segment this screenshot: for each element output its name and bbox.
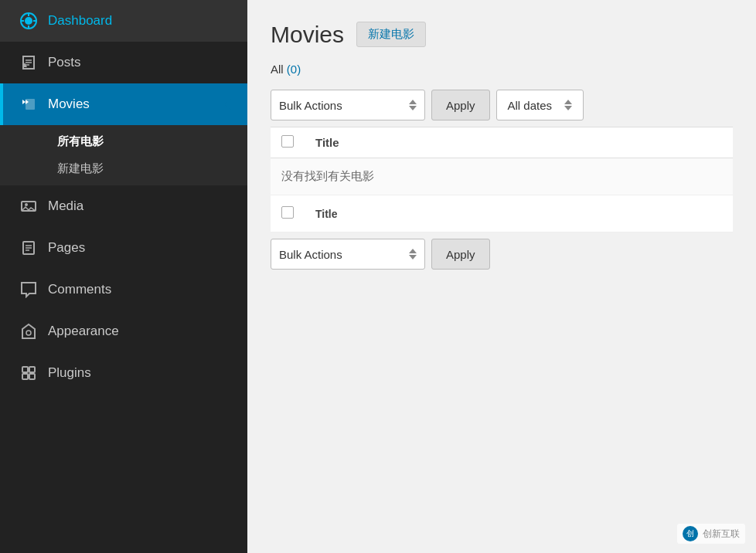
- svg-rect-19: [29, 367, 35, 372]
- movies-submenu: 所有电影 新建电影: [0, 125, 247, 185]
- footer-title-cell: Title: [305, 195, 733, 232]
- sidebar-item-label: Plugins: [48, 365, 91, 381]
- bulk-actions-bottom-select[interactable]: Bulk Actions: [271, 239, 425, 270]
- sidebar-item-appearance[interactable]: Appearance: [0, 310, 247, 352]
- apply-top-button[interactable]: Apply: [431, 90, 490, 120]
- bottom-toolbar: Bulk Actions Apply: [271, 232, 733, 276]
- sidebar-item-label: Comments: [48, 282, 111, 297]
- page-header: Movies 新建电影: [271, 22, 733, 47]
- watermark: 创 创新互联: [677, 524, 745, 544]
- bulk-actions-top-arrow: [409, 100, 417, 110]
- sidebar-item-label: Posts: [48, 55, 81, 70]
- filter-links: All (0): [271, 63, 733, 76]
- dashboard-icon: [19, 11, 39, 31]
- footer-checkbox[interactable]: [281, 206, 294, 219]
- sidebar-item-plugins[interactable]: Plugins: [0, 352, 247, 394]
- select-all-checkbox[interactable]: [281, 135, 294, 148]
- empty-message-cell: 没有找到有关电影: [271, 158, 733, 195]
- comments-icon: [19, 280, 39, 300]
- svg-point-1: [25, 17, 32, 25]
- footer-checkbox-cell[interactable]: [271, 195, 305, 232]
- svg-rect-18: [22, 367, 28, 372]
- submenu-all-movies[interactable]: 所有电影: [46, 128, 247, 155]
- watermark-text: 创新互联: [703, 528, 740, 541]
- svg-point-17: [26, 331, 31, 335]
- appearance-icon: [19, 321, 39, 341]
- all-dates-arrow: [564, 100, 572, 110]
- sidebar-item-pages[interactable]: Pages: [0, 227, 247, 269]
- sidebar-item-movies[interactable]: Movies: [0, 83, 247, 125]
- sidebar-item-label: Pages: [48, 240, 85, 256]
- page-title: Movies: [271, 23, 344, 46]
- sidebar-item-label: Dashboard: [48, 13, 112, 29]
- table-header-row: Title: [271, 127, 733, 158]
- bulk-actions-bottom-arrow: [409, 249, 417, 260]
- movies-icon: [19, 94, 39, 114]
- new-movie-button[interactable]: 新建电影: [356, 22, 426, 47]
- bulk-actions-bottom-label: Bulk Actions: [279, 248, 342, 261]
- posts-icon: [19, 53, 39, 73]
- sidebar-item-label: Appearance: [48, 324, 119, 339]
- media-icon: [19, 196, 39, 216]
- title-column-header: Title: [305, 127, 733, 158]
- sidebar-item-label: Movies: [48, 97, 90, 112]
- sidebar-item-label: Media: [48, 198, 83, 214]
- submenu-new-movie[interactable]: 新建电影: [46, 155, 247, 182]
- movies-arrow: [224, 98, 232, 110]
- svg-rect-10: [26, 99, 35, 110]
- sidebar-item-dashboard[interactable]: Dashboard: [0, 0, 247, 42]
- sidebar-item-media[interactable]: Media: [0, 185, 247, 227]
- apply-bottom-button[interactable]: Apply: [431, 239, 490, 270]
- all-dates-label: All dates: [508, 99, 553, 112]
- svg-rect-20: [22, 374, 28, 379]
- empty-message-row: 没有找到有关电影: [271, 158, 733, 195]
- filter-all-label[interactable]: All (0): [271, 63, 301, 76]
- pages-icon: [19, 238, 39, 258]
- sidebar-item-posts[interactable]: Posts: [0, 42, 247, 83]
- select-all-header[interactable]: [271, 127, 305, 158]
- plugins-icon: [19, 363, 39, 383]
- table-footer-title-row: Title: [271, 195, 733, 232]
- bulk-actions-top-select[interactable]: Bulk Actions: [271, 90, 425, 120]
- svg-point-12: [25, 203, 28, 206]
- sidebar-item-comments[interactable]: Comments: [0, 269, 247, 310]
- bulk-actions-top-label: Bulk Actions: [279, 99, 342, 112]
- sidebar: Dashboard Posts Movies 所有电影 新建电影: [0, 0, 247, 553]
- all-dates-select[interactable]: All dates: [496, 90, 584, 120]
- filter-count: (0): [287, 63, 301, 76]
- svg-rect-21: [29, 374, 35, 379]
- main-content: Movies 新建电影 All (0) Bulk Actions Apply A…: [247, 0, 756, 553]
- top-toolbar: Bulk Actions Apply All dates: [271, 83, 733, 127]
- watermark-icon: 创: [683, 526, 698, 541]
- movies-table: Title 没有找到有关电影 Title: [271, 127, 733, 232]
